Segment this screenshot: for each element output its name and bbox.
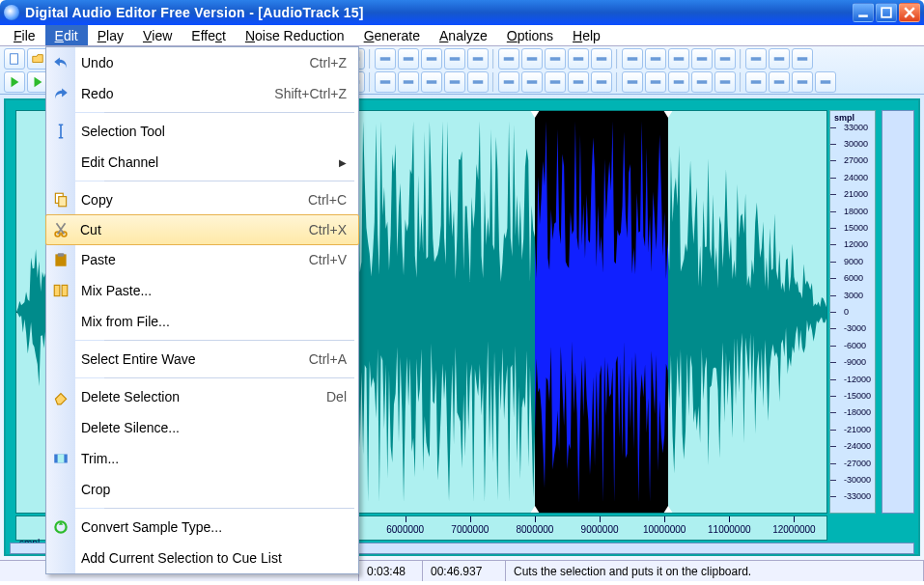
tool-r1-22[interactable]	[545, 48, 566, 70]
amplitude-tick-label: 30000	[844, 139, 868, 149]
svg-rect-71	[58, 253, 65, 256]
close-button[interactable]	[899, 3, 920, 22]
menu-item-copy[interactable]: CopyCtrl+C	[46, 184, 358, 215]
amplitude-tick-label: -24000	[844, 441, 871, 451]
menu-item-selection-tool[interactable]: Selection Tool	[46, 116, 358, 147]
tool-r2-27[interactable]	[668, 71, 689, 93]
svg-rect-65	[821, 80, 831, 84]
tool-r2-19[interactable]	[467, 71, 489, 93]
menu-item-crop[interactable]: Crop	[46, 474, 358, 505]
tool-r2-28[interactable]	[691, 71, 713, 93]
amplitude-tick-label: -9000	[844, 357, 866, 367]
tool-r1-0[interactable]	[4, 48, 25, 70]
tool-r2-20[interactable]	[498, 71, 519, 93]
tool-r1-25[interactable]	[622, 48, 643, 70]
menu-noise-reduction[interactable]: Noise Reduction	[236, 25, 354, 45]
tool-r1-17[interactable]	[421, 48, 442, 70]
svg-rect-32	[697, 57, 708, 61]
tool-r2-33[interactable]	[815, 71, 836, 93]
menu-item-delete-selection[interactable]: Delete SelectionDel	[46, 381, 358, 412]
menu-options[interactable]: Options	[497, 25, 563, 45]
tool-r1-28[interactable]	[691, 48, 713, 70]
vertical-scrollbar[interactable]	[882, 110, 914, 514]
menu-item-undo[interactable]: UndoCtrl+Z	[46, 47, 358, 78]
tool-r2-17[interactable]	[421, 71, 442, 93]
tool-r1-30[interactable]	[745, 48, 767, 70]
menu-item-paste[interactable]: PasteCtrl+V	[46, 244, 358, 275]
menu-item-convert-sample-type[interactable]: Convert Sample Type...	[46, 512, 358, 543]
menu-play[interactable]: Play	[88, 25, 133, 45]
time-tick-label: 6000000	[386, 524, 424, 535]
menu-item-edit-channel[interactable]: Edit Channel▶	[46, 147, 358, 178]
selection-handle-left[interactable]	[530, 506, 540, 514]
menu-item-trim[interactable]: Trim...	[46, 443, 358, 474]
app-icon	[4, 5, 19, 20]
tool-r1-21[interactable]	[521, 48, 543, 70]
tool-r2-29[interactable]	[714, 71, 736, 93]
tool-r1-19[interactable]	[467, 48, 489, 70]
menu-edit[interactable]: Edit	[45, 25, 88, 45]
menu-view[interactable]: View	[133, 25, 182, 45]
eraser-icon	[52, 388, 70, 405]
tool-r2-0[interactable]	[4, 71, 25, 93]
minimize-button[interactable]	[853, 3, 874, 22]
amplitude-tick-label: 9000	[844, 257, 863, 266]
tool-r1-26[interactable]	[645, 48, 666, 70]
redo-icon	[52, 85, 70, 102]
tool-r2-23[interactable]	[568, 71, 589, 93]
selection-handle-right[interactable]	[663, 506, 673, 514]
menu-analyze[interactable]: Analyze	[430, 25, 497, 45]
menu-item-mix-paste[interactable]: Mix Paste...	[46, 275, 358, 306]
time-tick-label: 12000000	[772, 524, 816, 535]
amplitude-tick-label: -15000	[844, 391, 871, 401]
mix-icon	[52, 282, 70, 299]
menu-item-label: Mix Paste...	[81, 283, 347, 298]
tool-r1-16[interactable]	[398, 48, 419, 70]
tool-r2-15[interactable]	[375, 71, 396, 93]
menu-item-cut[interactable]: CutCtrl+X	[45, 214, 359, 245]
svg-rect-52	[504, 80, 515, 84]
menu-item-label: Undo	[81, 55, 310, 70]
tool-r1-29[interactable]	[714, 48, 736, 70]
tool-r2-26[interactable]	[645, 71, 666, 93]
menu-item-redo[interactable]: RedoShift+Ctrl+Z	[46, 78, 358, 109]
tool-r2-32[interactable]	[792, 71, 813, 93]
svg-rect-60	[697, 80, 708, 84]
menu-item-mix-from-file[interactable]: Mix from File...	[46, 306, 358, 337]
tool-r2-18[interactable]	[444, 71, 465, 93]
svg-rect-64	[798, 80, 808, 84]
tool-r2-25[interactable]	[622, 71, 643, 93]
amplitude-tick-label: 27000	[844, 155, 868, 165]
svg-rect-63	[774, 80, 785, 84]
submenu-arrow-icon: ▶	[339, 157, 347, 168]
menu-item-select-entire-wave[interactable]: Select Entire WaveCtrl+A	[46, 344, 358, 375]
tool-r2-31[interactable]	[769, 71, 790, 93]
tool-r1-31[interactable]	[769, 48, 790, 70]
menu-effect[interactable]: Effect	[182, 25, 236, 45]
tool-r1-27[interactable]	[668, 48, 689, 70]
menu-help[interactable]: Help	[563, 25, 610, 45]
selection-handle-left-top[interactable]	[530, 110, 540, 118]
selection-handle-right-top[interactable]	[663, 110, 673, 118]
tool-r1-15[interactable]	[375, 48, 396, 70]
tool-r1-18[interactable]	[444, 48, 465, 70]
status-time-2: 00:46.937	[423, 561, 506, 581]
menu-item-label: Add Current Selection to Cue List	[81, 550, 347, 566]
tool-r1-24[interactable]	[591, 48, 612, 70]
tool-r2-24[interactable]	[591, 71, 612, 93]
undo-icon	[52, 54, 70, 71]
menu-generate[interactable]: Generate	[354, 25, 430, 45]
tool-r2-21[interactable]	[521, 71, 543, 93]
menu-item-add-current-selection-to-cue-list[interactable]: Add Current Selection to Cue List	[46, 543, 358, 573]
selection-region[interactable]	[535, 111, 668, 513]
tool-r2-30[interactable]	[745, 71, 767, 93]
cut-icon	[52, 221, 70, 238]
tool-r2-22[interactable]	[545, 71, 566, 93]
tool-r2-16[interactable]	[398, 71, 419, 93]
menu-file[interactable]: File	[4, 25, 45, 45]
tool-r1-23[interactable]	[568, 48, 589, 70]
tool-r1-20[interactable]	[498, 48, 519, 70]
maximize-button[interactable]	[876, 3, 897, 22]
tool-r1-32[interactable]	[792, 48, 813, 70]
menu-item-delete-silence[interactable]: Delete Silence...	[46, 412, 358, 443]
